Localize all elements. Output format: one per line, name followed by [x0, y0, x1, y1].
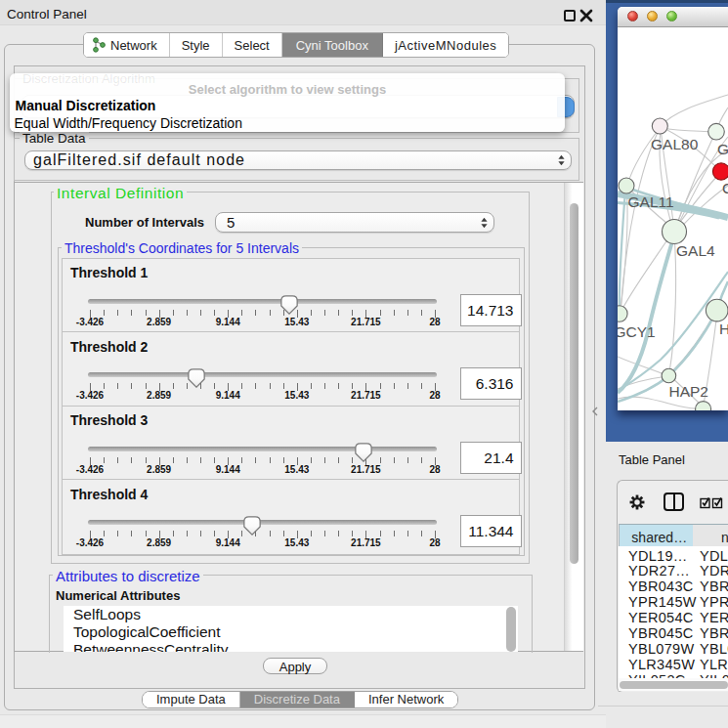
svg-text:HAP2: HAP2: [669, 383, 709, 400]
svg-text:C: C: [722, 180, 728, 196]
svg-text:H: H: [719, 321, 728, 337]
svg-text:GAL4: GAL4: [676, 242, 715, 259]
svg-text:GAL80: GAL80: [651, 136, 699, 152]
svg-text:GCY1: GCY1: [618, 323, 656, 340]
svg-text:G: G: [717, 141, 728, 157]
svg-text:GAL11: GAL11: [628, 193, 674, 210]
